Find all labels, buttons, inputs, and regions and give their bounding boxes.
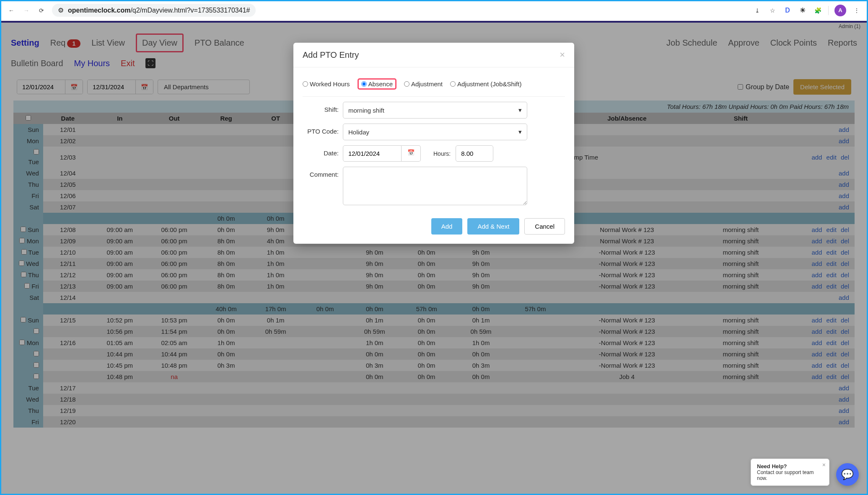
help-tooltip: × Need Help? Contact our support team no… (751, 459, 829, 486)
help-close-icon[interactable]: × (822, 461, 826, 468)
address-bar[interactable]: ⚙ opentimeclock.com/q2/mDayview.html?v=1… (52, 4, 256, 17)
radio-adjustment[interactable]: Adjustment (404, 78, 443, 90)
extension-sun-icon[interactable]: ☀ (798, 6, 807, 15)
pto-code-select[interactable]: Holiday▾ (343, 124, 527, 140)
hours-label: Hours: (433, 150, 451, 157)
comment-textarea[interactable] (343, 167, 527, 205)
reload-icon[interactable]: ⟳ (37, 6, 46, 15)
modal-title: Add PTO Entry (303, 50, 359, 60)
url-host: opentimeclock.com (68, 7, 130, 14)
comment-label: Comment: (303, 167, 343, 178)
extensions-puzzle-icon[interactable]: 🧩 (813, 6, 822, 15)
chevron-down-icon: ▾ (518, 128, 522, 136)
help-subtitle: Contact our support team now. (757, 469, 814, 481)
shift-label: Shift: (303, 102, 343, 113)
add-pto-modal: Add PTO Entry × Worked Hours Absence Adj… (293, 43, 574, 244)
cancel-button[interactable]: Cancel (524, 218, 565, 235)
modal-header: Add PTO Entry × (293, 43, 574, 67)
help-title: Need Help? (757, 463, 787, 469)
add-button[interactable]: Add (431, 218, 463, 235)
install-icon[interactable]: ⤓ (753, 6, 762, 15)
site-settings-icon[interactable]: ⚙ (58, 6, 64, 14)
bookmark-icon[interactable]: ☆ (768, 6, 777, 15)
date-label: Date: (303, 145, 343, 157)
pto-code-label: PTO Code: (303, 124, 343, 135)
date-calendar-icon[interactable]: 📅 (402, 145, 421, 162)
date-input[interactable] (343, 145, 402, 162)
chat-bubble-icon[interactable]: 💬 (836, 463, 859, 486)
radio-worked-hours[interactable]: Worked Hours (303, 78, 350, 90)
kebab-menu-icon[interactable]: ⋮ (852, 6, 861, 15)
url-path: /q2/mDayview.html?v=1735533170341# (130, 7, 250, 14)
entry-type-radios: Worked Hours Absence Adjustment Adjustme… (303, 75, 565, 97)
modal-close-icon[interactable]: × (560, 49, 565, 60)
profile-avatar[interactable]: A (834, 5, 846, 16)
hours-input[interactable] (456, 145, 493, 162)
browser-toolbar: ← → ⟳ ⚙ opentimeclock.com/q2/mDayview.ht… (0, 0, 868, 21)
chevron-down-icon: ▾ (518, 106, 522, 114)
back-icon[interactable]: ← (7, 6, 16, 15)
radio-adjustment-jobshift[interactable]: Adjustment (Job&Shift) (450, 78, 521, 90)
modal-footer: Add Add & Next Cancel (293, 211, 574, 244)
shift-select[interactable]: morning shift▾ (343, 102, 527, 119)
extension-d-icon[interactable]: D (783, 6, 792, 15)
radio-absence[interactable]: Absence (358, 78, 396, 90)
forward-icon[interactable]: → (22, 6, 31, 15)
add-next-button[interactable]: Add & Next (467, 218, 519, 235)
